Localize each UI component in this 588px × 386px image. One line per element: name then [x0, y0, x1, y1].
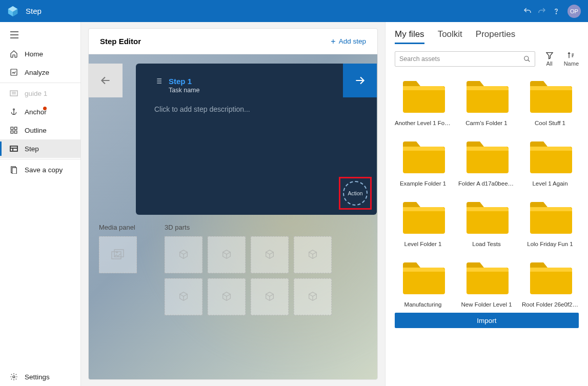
save-icon	[9, 165, 18, 174]
sidebar-item-guide: guide 1	[0, 84, 80, 103]
sidebar-item-step[interactable]: Step	[0, 139, 80, 158]
gear-icon	[9, 372, 18, 381]
folder-item[interactable]: New Folder Level 1	[458, 260, 515, 308]
folder-name: Carm's Folder 1	[465, 120, 507, 126]
filter-all-button[interactable]: All	[545, 51, 554, 67]
sidebar-item-label: Home	[25, 50, 43, 58]
filter-label: All	[546, 60, 553, 67]
tabs-row: My files Toolkit Properties	[395, 27, 579, 48]
folder-item[interactable]: Root Folder 26e0f22...	[522, 260, 578, 308]
folder-item[interactable]: Manufacturing	[395, 260, 451, 308]
sort-name-button[interactable]: Name	[564, 51, 579, 67]
search-field[interactable]	[399, 55, 523, 63]
sidebar-item-label: Analyze	[25, 69, 49, 76]
svg-rect-15	[11, 131, 13, 133]
folder-item[interactable]: Example Folder 1	[395, 139, 451, 187]
parts-slot[interactable]	[165, 236, 202, 273]
svg-rect-16	[14, 131, 17, 133]
prev-step-button[interactable]	[89, 64, 123, 97]
sidebar-item-settings[interactable]: Settings	[0, 368, 80, 386]
folder-grid: Another Level 1 FolderCarm's Folder 1Coo…	[395, 79, 579, 308]
action-drop-target[interactable]: Action	[339, 177, 372, 210]
folder-item[interactable]: Lolo Friday Fun 1	[522, 200, 578, 247]
sort-icon	[567, 51, 575, 59]
add-step-button[interactable]: + Add step	[331, 37, 366, 46]
folder-name: Example Folder 1	[400, 180, 446, 187]
sidebar-item-anchor[interactable]: Anchor	[0, 103, 80, 121]
filter-icon	[545, 51, 554, 59]
help-icon[interactable]	[549, 4, 563, 18]
editor-title: Step Editor	[100, 37, 141, 46]
step-icon	[9, 144, 18, 153]
anchor-icon	[9, 107, 18, 116]
search-input[interactable]	[395, 51, 535, 67]
sidebar-item-label: Outline	[25, 127, 47, 134]
task-name[interactable]: Task name	[169, 87, 199, 94]
svg-point-33	[116, 252, 118, 253]
sort-label: Name	[564, 60, 579, 67]
folder-item[interactable]: Another Level 1 Folder	[395, 79, 451, 126]
svg-rect-21	[12, 168, 17, 174]
svg-rect-8	[10, 91, 17, 96]
folder-item[interactable]: Carm's Folder 1	[458, 79, 515, 126]
step-description-input[interactable]: Click to add step description...	[154, 105, 358, 113]
sidebar-item-label: Settings	[25, 373, 50, 381]
parts-slot[interactable]	[208, 278, 246, 315]
svg-point-11	[13, 109, 15, 110]
avatar[interactable]: OP	[567, 5, 581, 18]
titlebar: Step OP	[0, 0, 588, 22]
editor-header: Step Editor + Add step	[89, 29, 377, 54]
parts-panel-label: 3D parts	[165, 224, 332, 231]
media-slot[interactable]	[99, 236, 137, 273]
folder-item[interactable]: Folder A d17a0bee-d...	[458, 139, 515, 187]
parts-slot[interactable]	[294, 236, 332, 273]
folder-name: Another Level 1 Folder	[395, 120, 451, 126]
sidebar-item-label: guide 1	[25, 90, 47, 97]
home-icon	[9, 49, 18, 58]
sidebar-item-label: Save a copy	[25, 166, 63, 174]
parts-slot[interactable]	[208, 236, 246, 273]
sidebar-item-save[interactable]: Save a copy	[0, 160, 80, 179]
app-logo-icon	[7, 6, 18, 17]
tab-toolkit[interactable]: Toolkit	[438, 29, 462, 44]
action-label: Action	[348, 190, 362, 196]
svg-point-34	[524, 56, 528, 60]
notification-dot	[43, 107, 47, 110]
step-list-icon	[154, 77, 163, 87]
next-step-button[interactable]	[343, 64, 377, 97]
folder-name: Level 1 Again	[532, 180, 567, 187]
svg-rect-13	[11, 127, 13, 130]
editor-area: Step Editor + Add step	[81, 22, 385, 386]
parts-slot[interactable]	[165, 278, 202, 315]
hamburger-icon[interactable]	[0, 25, 80, 45]
sidebar-item-outline[interactable]: Outline	[0, 121, 80, 139]
import-button[interactable]: Import	[395, 313, 579, 328]
folder-name: Cool Stuff 1	[535, 120, 565, 126]
search-icon	[523, 55, 531, 63]
folder-item[interactable]: Level 1 Again	[522, 139, 578, 187]
folder-item[interactable]: Load Tests	[458, 200, 515, 247]
folder-name: Load Tests	[472, 241, 500, 247]
svg-rect-14	[14, 127, 17, 130]
media-panel-label: Media panel	[99, 224, 137, 231]
parts-slot[interactable]	[251, 236, 289, 273]
sidebar-item-analyze[interactable]: Analyze	[0, 63, 80, 82]
sidebar-item-home[interactable]: Home	[0, 45, 80, 63]
folder-item[interactable]: Cool Stuff 1	[522, 79, 578, 126]
parts-panel: 3D parts	[165, 224, 332, 315]
app-title: Step	[26, 7, 42, 15]
step-title[interactable]: Step 1	[169, 77, 199, 86]
redo-icon[interactable]	[535, 4, 549, 18]
sidebar-item-label: Step	[25, 145, 39, 153]
undo-icon[interactable]	[520, 4, 535, 18]
add-step-label: Add step	[339, 37, 366, 45]
folder-name: New Folder Level 1	[461, 301, 512, 308]
step-card: Step 1 Task name Click to add step descr…	[136, 64, 377, 215]
parts-slot[interactable]	[251, 278, 289, 315]
parts-slot[interactable]	[294, 278, 332, 315]
svg-point-22	[13, 376, 15, 378]
folder-item[interactable]: Level Folder 1	[395, 200, 451, 247]
tab-properties[interactable]: Properties	[476, 29, 515, 44]
tab-my-files[interactable]: My files	[395, 29, 424, 44]
folder-name: Manufacturing	[404, 301, 442, 308]
